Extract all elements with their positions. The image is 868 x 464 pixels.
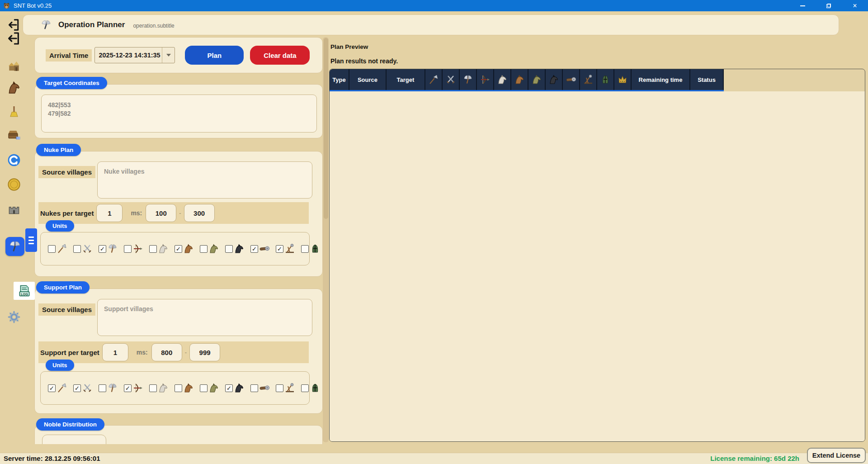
heavy-cavalry-icon — [234, 383, 245, 393]
nukes-per-target-input[interactable] — [96, 204, 123, 222]
back-exit-button[interactable] — [7, 18, 21, 32]
nuke-ms-min-input[interactable] — [146, 204, 176, 222]
castle-icon — [7, 202, 21, 216]
unit-toggle-scout[interactable] — [149, 383, 169, 393]
checkbox[interactable] — [200, 245, 208, 253]
unit-toggle-axe[interactable] — [99, 383, 118, 393]
checkbox[interactable] — [250, 384, 258, 392]
checkbox[interactable] — [124, 245, 132, 253]
support-per-target-input[interactable] — [102, 343, 128, 361]
target-coordinates-input[interactable] — [41, 95, 317, 133]
sidebar-item-horse[interactable] — [6, 80, 22, 96]
checkbox[interactable] — [200, 384, 208, 392]
nukes-per-target-row: Nukes per target ms: - — [38, 202, 309, 224]
unit-toggle-mounted-archer[interactable] — [200, 243, 219, 254]
support-ms-min-input[interactable] — [151, 343, 182, 361]
column-mounted-archer-icon — [528, 69, 546, 90]
checkbox[interactable]: ✓ — [124, 384, 132, 392]
unit-toggle-heavy-cavalry[interactable] — [225, 243, 245, 254]
column-target: Target — [387, 69, 425, 90]
close-button[interactable]: × — [842, 0, 868, 11]
clear-data-button[interactable]: Clear data — [250, 46, 310, 65]
support-ms-max-input[interactable] — [189, 343, 220, 361]
checkbox[interactable]: ✓ — [250, 245, 258, 253]
drag-handle[interactable] — [25, 228, 37, 252]
planner-form-panel: Arrival Time 2025-12-23 14:31:35 Plan Cl… — [34, 37, 323, 444]
ram-icon — [259, 243, 270, 254]
arrival-time-picker[interactable]: 2025-12-23 14:31:35 — [94, 47, 175, 63]
scout-icon — [158, 243, 169, 254]
unit-toggle-ram[interactable]: ✓ — [250, 243, 270, 254]
restore-button[interactable] — [816, 0, 842, 11]
checkbox[interactable]: ✓ — [48, 384, 56, 392]
checkbox[interactable]: ✓ — [225, 384, 233, 392]
checkbox[interactable] — [301, 384, 309, 392]
unit-toggle-spear[interactable]: ✓ — [48, 383, 67, 393]
sidebar-item-exit[interactable] — [6, 30, 22, 47]
unit-toggle-sword[interactable] — [73, 243, 93, 254]
plan-preview-title: Plan Preview — [330, 43, 368, 50]
plan-button[interactable]: Plan — [185, 46, 244, 65]
arrival-time-label: Arrival Time — [46, 49, 92, 62]
unit-toggle-scout[interactable] — [149, 243, 169, 254]
arrival-time-dropdown-button[interactable] — [162, 47, 175, 63]
checkbox[interactable]: ✓ — [276, 245, 283, 253]
unit-toggle-spear[interactable] — [48, 243, 67, 254]
sidebar-item-operation-planner[interactable] — [5, 237, 24, 256]
unit-toggle-light-cavalry[interactable]: ✓ — [175, 243, 194, 254]
unit-toggle-heavy-cavalry[interactable]: ✓ — [225, 383, 245, 393]
noble-distribution-cut-button[interactable] — [42, 435, 106, 444]
checkbox[interactable] — [149, 384, 157, 392]
sidebar-item-coin[interactable] — [6, 176, 22, 193]
unit-toggle-catapult[interactable] — [276, 383, 295, 393]
sidebar-item-settings[interactable] — [6, 309, 22, 325]
unit-toggle-sword[interactable]: ✓ — [73, 383, 93, 393]
unit-toggle-archer[interactable] — [124, 243, 143, 254]
checkbox[interactable] — [225, 245, 233, 253]
sword-icon — [82, 243, 93, 254]
unit-toggle-archer[interactable]: ✓ — [124, 383, 143, 393]
unit-toggle-mounted-archer[interactable] — [200, 383, 219, 393]
checkbox[interactable]: ✓ — [99, 245, 106, 253]
scrollbar-thumb[interactable] — [324, 38, 328, 219]
column-scout-icon — [494, 69, 511, 90]
checkbox[interactable] — [73, 245, 81, 253]
support-source-villages-input[interactable] — [97, 299, 312, 336]
nuke-ms-max-input[interactable] — [184, 204, 215, 222]
scout-icon — [158, 383, 169, 393]
sidebar-item-broom[interactable] — [6, 104, 22, 120]
minimize-button[interactable] — [789, 0, 816, 11]
sidebar-item-castle[interactable] — [6, 201, 22, 217]
unit-toggle-ram[interactable] — [250, 383, 270, 393]
checkbox[interactable]: ✓ — [73, 384, 81, 392]
axe-icon — [107, 383, 118, 393]
heavy-cavalry-icon — [234, 243, 245, 254]
arrival-card: Arrival Time 2025-12-23 14:31:35 Plan Cl… — [34, 37, 323, 73]
svg-text:LOG: LOG — [21, 292, 28, 296]
checkbox[interactable] — [175, 384, 182, 392]
exit-icon — [7, 31, 21, 46]
unit-toggle-axe[interactable]: ✓ — [99, 243, 118, 254]
unit-toggle-catapult[interactable]: ✓ — [276, 243, 295, 254]
sidebar-item-market[interactable] — [6, 127, 22, 143]
checkbox[interactable] — [99, 384, 106, 392]
unit-toggle-paladin[interactable] — [301, 383, 321, 393]
unit-toggle-light-cavalry[interactable] — [175, 383, 194, 393]
axe-hammer-icon — [40, 19, 52, 31]
sidebar-item-village[interactable] — [6, 58, 22, 74]
mounted-archer-icon — [208, 383, 219, 393]
nuke-source-villages-input[interactable] — [97, 161, 312, 199]
ms-label: ms: — [137, 349, 148, 356]
column-remaining-time: Remaining time — [632, 69, 690, 90]
checkbox[interactable]: ✓ — [175, 245, 182, 253]
checkbox[interactable] — [149, 245, 157, 253]
sidebar-item-log[interactable]: LOG — [14, 282, 35, 300]
paladin-icon — [310, 243, 321, 254]
checkbox[interactable] — [301, 245, 309, 253]
sidebar-item-refresh[interactable] — [6, 152, 22, 168]
extend-license-button[interactable]: Extend License — [807, 448, 866, 463]
ms-label: ms: — [131, 209, 142, 217]
checkbox[interactable] — [48, 245, 56, 253]
unit-toggle-paladin[interactable] — [301, 243, 321, 254]
checkbox[interactable] — [276, 384, 283, 392]
